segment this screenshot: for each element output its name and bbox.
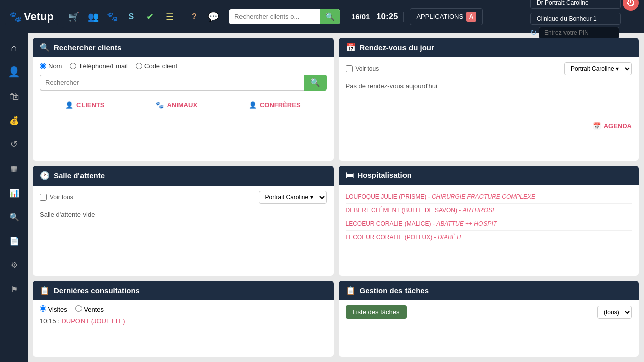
radio-ventes-label[interactable]: Ventes [75, 305, 104, 313]
hospit-item-1[interactable]: LOUFOQUE JULIE (PRISME) - CHIRURGIE FRAC… [346, 190, 632, 204]
radio-code-text: Code client [144, 62, 177, 70]
client-search-button[interactable]: 🔍 [304, 75, 327, 90]
search-clients-icon: 🔍 [40, 43, 50, 52]
radio-telephone[interactable] [70, 63, 76, 69]
client-search-input[interactable] [40, 75, 304, 90]
chat-nav-icon[interactable]: 💬 [204, 8, 222, 26]
consult-title: Dernières consultations [54, 286, 140, 295]
rdv-title: Rendez-vous du jour [360, 43, 434, 52]
datetime-display: 16/01 10:25 [346, 12, 404, 22]
sidebar-item-grid[interactable]: ▦ [3, 157, 25, 179]
hospit-item-3[interactable]: LECOEUR CORALIE (MALICE) - ABATTUE ++ HO… [346, 217, 632, 231]
taches-body: Liste des tâches (tous) [339, 300, 639, 328]
rendez-vous-panel: 📅 Rendez-vous du jour Voir tous Portrait… [339, 38, 639, 161]
sidebar-item-person[interactable]: 👤 [3, 61, 25, 83]
salle-voir-tous: Voir tous [40, 194, 73, 201]
agenda-link[interactable]: 📅 AGENDA [339, 118, 639, 134]
radio-visites-label[interactable]: Visites [40, 305, 67, 313]
global-search-input[interactable] [229, 10, 320, 23]
pin-row: Clinique du Bonheur 1 [530, 13, 639, 25]
confreres-link[interactable]: 👤 CONFRÈRES [249, 101, 301, 109]
search-type-radio-group: Nom Téléphone/Email Code client [40, 62, 327, 70]
radio-visites-text: Visites [48, 306, 67, 313]
hospit-sep-4: - [434, 234, 438, 241]
time-display: 10:25 [376, 12, 398, 21]
search-clients-body: Nom Téléphone/Email Code client 🔍 [33, 57, 334, 96]
applications-icon: A [466, 12, 476, 22]
sidebar-item-coin[interactable]: 💰 [3, 109, 25, 131]
logo-paw-icon: 🐾 [9, 11, 22, 23]
sidebar-item-flag[interactable]: ⚑ [3, 278, 25, 300]
hospit-title: Hospitalisation [358, 171, 412, 179]
animaux-link[interactable]: 🐾 ANIMAUX [155, 101, 197, 109]
sidebar-item-home[interactable]: ⌂ [3, 37, 25, 59]
basket-nav-icon[interactable]: 🛒 [65, 8, 83, 26]
sidebar-item-chart[interactable]: 📊 [3, 182, 25, 204]
applications-button[interactable]: APPLICATIONS A [410, 8, 483, 25]
hospit-item-2[interactable]: DEBERT CLÉMENT (BULLE DE SAVON) - ARTHRO… [346, 204, 632, 217]
sidebar-item-history[interactable]: ↺ [3, 133, 25, 155]
search-clients-title: Rechercher clients [54, 43, 121, 52]
radio-ventes[interactable] [75, 305, 82, 312]
clinic-button[interactable]: Clinique du Bonheur 1 [530, 13, 621, 25]
main-content: 🔍 Rechercher clients Nom Téléphone/Email [28, 33, 644, 362]
radio-telephone-text: Téléphone/Email [78, 62, 128, 70]
clients-link-text: CLIENTS [76, 101, 105, 109]
consult-client-link[interactable]: DUPONT (JOUETTE) [61, 317, 125, 325]
consult-type-group: Visites Ventes [40, 305, 327, 313]
rdv-voir-tous: Voir tous [346, 65, 379, 72]
consult-body: Visites Ventes 10:15 : DUPONT (JOUETTE) [33, 300, 334, 330]
users-nav-icon[interactable]: 👥 [84, 8, 102, 26]
taches-list-button[interactable]: Liste des tâches [346, 305, 407, 319]
hospit-item-4[interactable]: LECOEUR CORALIE (POLLUX) - DIABÈTE [346, 231, 632, 244]
animaux-link-text: ANIMAUX [167, 101, 197, 109]
logo: 🐾 Vetup [5, 8, 58, 25]
sidebar-item-search[interactable]: 🔍 [3, 206, 25, 228]
radio-nom-label[interactable]: Nom [40, 62, 62, 70]
paws-nav-icon[interactable]: 🐾 [103, 8, 121, 26]
hospit-client-3: LECOEUR CORALIE (MALICE) [346, 220, 431, 227]
salle-practitioner-dropdown[interactable]: Portrait Caroline ▾ [259, 191, 327, 204]
logo-text: Vetup [24, 10, 54, 23]
search-clients-header: 🔍 Rechercher clients [33, 38, 334, 57]
salle-voir-tous-label: Voir tous [50, 194, 73, 201]
taches-title: Gestion des tâches [360, 286, 429, 295]
taches-filter-dropdown[interactable]: (tous) [597, 306, 632, 319]
consult-time: 10:15 : [40, 317, 60, 325]
radio-telephone-label[interactable]: Téléphone/Email [70, 62, 128, 70]
agenda-label: AGENDA [604, 122, 632, 130]
consult-icon: 📋 [40, 286, 50, 295]
salle-attente-panel: 🕐 Salle d'attente Voir tous Portrait Car… [33, 166, 334, 276]
radio-code[interactable] [136, 63, 142, 69]
question-nav-icon[interactable]: ? [185, 8, 203, 26]
clients-link[interactable]: 👤 CLIENTS [65, 101, 105, 109]
sidebar-item-settings[interactable]: ⚙ [3, 254, 25, 276]
sidebar-item-cart[interactable]: 🛍 [3, 85, 25, 107]
hospit-client-4: LECOEUR CORALIE (POLLUX) [346, 234, 433, 241]
confreres-link-text: CONFRÈRES [260, 101, 301, 109]
check-nav-icon[interactable]: ✔ [141, 8, 159, 26]
list-nav-icon[interactable]: ☰ [160, 8, 179, 26]
dollar-nav-icon[interactable]: S [122, 8, 140, 26]
main-layout: ⌂ 👤 🛍 💰 ↺ ▦ 📊 🔍 📄 ⚙ ⚑ 🔍 Rechercher clien… [0, 33, 644, 362]
hospit-condition-3: ABATTUE ++ HOSPIT [436, 220, 497, 227]
global-search-button[interactable]: 🔍 [320, 9, 340, 24]
taches-icon: 📋 [346, 286, 356, 295]
hospit-body: LOUFOQUE JULIE (PRISME) - CHIRURGIE FRAC… [339, 185, 639, 249]
rdv-practitioner-dropdown[interactable]: Portrait Caroline ▾ [564, 62, 632, 75]
consult-header: 📋 Dernières consultations [33, 281, 334, 300]
taches-panel: 📋 Gestion des tâches Liste des tâches (t… [339, 281, 639, 357]
radio-visites[interactable] [40, 305, 46, 312]
rdv-header: 📅 Rendez-vous du jour [339, 38, 639, 57]
salle-voir-tous-checkbox[interactable] [40, 194, 47, 201]
hospit-condition-1: CHIRURGIE FRACTURE COMPLEXE [432, 193, 535, 200]
power-button[interactable]: ⏻ [623, 0, 639, 11]
sidebar-item-doc[interactable]: 📄 [3, 230, 25, 252]
radio-nom[interactable] [40, 63, 46, 69]
rdv-body: Voir tous Portrait Caroline ▾ Pas de ren… [339, 57, 639, 118]
hospit-condition-4: DIABÈTE [438, 234, 463, 241]
rdv-voir-tous-checkbox[interactable] [346, 65, 353, 72]
user-button[interactable]: Dr Portrait Caroline [530, 0, 621, 9]
clients-link-icon: 👤 [65, 101, 73, 109]
radio-code-label[interactable]: Code client [136, 62, 177, 70]
